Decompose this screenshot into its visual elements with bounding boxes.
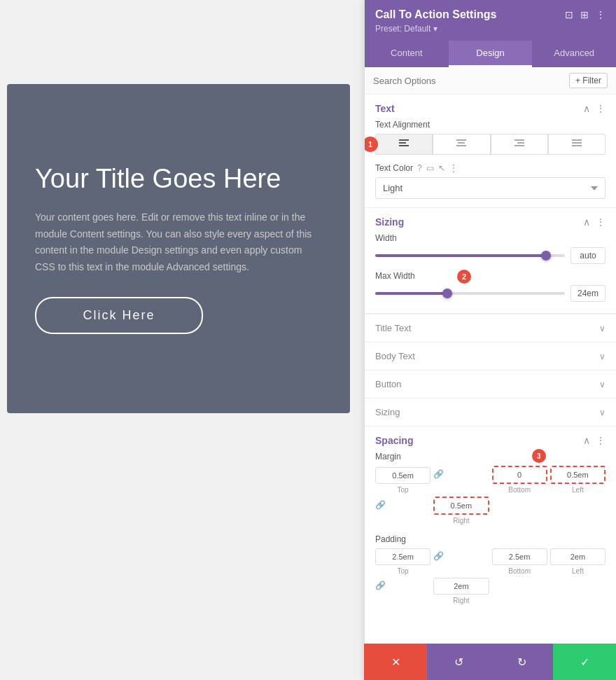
margin-left-input[interactable] — [550, 466, 606, 484]
svg-rect-2 — [399, 145, 409, 146]
margin-left-sub: Left — [572, 486, 584, 494]
color-label-row: Text Color ? ▭ ↖ ⋮ — [375, 163, 606, 173]
align-justify-btn[interactable] — [548, 134, 606, 155]
padding-right-input[interactable] — [433, 578, 489, 595]
title-text-chevron: ∨ — [599, 324, 606, 333]
title-text-section[interactable]: Title Text ∨ — [365, 314, 616, 342]
margin-top-input[interactable] — [375, 467, 430, 484]
panel-header-icons: ⊡ ⊞ ⋮ — [565, 9, 606, 20]
sizing-collapse-icon[interactable]: ∧ — [583, 216, 590, 228]
search-input[interactable] — [373, 76, 569, 86]
padding-left-field: Left — [550, 548, 606, 575]
panel-preset: Preset: Default ▾ — [375, 24, 606, 34]
margin-left-field: Left — [550, 466, 606, 494]
alignment-row — [375, 134, 606, 155]
cursor-icon[interactable]: ↖ — [438, 163, 445, 173]
margin-bottom-input[interactable] — [492, 466, 547, 484]
padding-top-input[interactable] — [375, 548, 430, 565]
badge-3: 3 — [532, 449, 546, 463]
padding-left-input[interactable] — [550, 548, 606, 565]
margin-grid: Top 🔗 3 Bottom Left 🔗 Right — [375, 466, 606, 525]
padding-label: Padding — [375, 534, 606, 544]
button-chevron: ∨ — [599, 380, 606, 389]
color-select[interactable]: Light Dark — [375, 177, 606, 199]
max-width-slider[interactable] — [375, 292, 565, 295]
svg-rect-13 — [572, 142, 582, 144]
width-value[interactable] — [570, 247, 606, 264]
filter-button[interactable]: + Filter — [569, 73, 608, 88]
spacing-section-title: Spacing — [375, 435, 413, 446]
text-section-header: Text ∧ ⋮ — [365, 95, 616, 120]
padding-link-icon-2[interactable]: 🔗 — [375, 581, 430, 590]
button-label: Button — [375, 379, 402, 389]
panel-content: Text ∧ ⋮ Text Alignment 1 — [365, 95, 616, 680]
padding-bottom-sub: Bottom — [508, 567, 531, 575]
spacing-collapse-icon[interactable]: ∧ — [583, 435, 590, 446]
resize-icon[interactable]: ⊡ — [565, 9, 573, 20]
more-icon[interactable]: ⋮ — [596, 9, 606, 20]
cta-button[interactable]: Click Here — [35, 297, 203, 334]
save-button[interactable]: ✓ — [553, 644, 616, 680]
sizing2-label: Sizing — [375, 407, 400, 417]
cta-module: Your Title Goes Here Your content goes h… — [7, 84, 350, 413]
margin-link-icon-2[interactable]: 🔗 — [375, 500, 430, 510]
align-center-btn[interactable] — [433, 134, 490, 155]
text-collapse-icon[interactable]: ∧ — [583, 103, 590, 114]
button-section[interactable]: Button ∨ — [365, 370, 616, 398]
svg-rect-6 — [456, 145, 466, 146]
badge-2: 2 — [457, 270, 471, 284]
svg-rect-4 — [456, 139, 466, 141]
undo-button[interactable]: ↺ — [427, 644, 490, 680]
body-text-chevron: ∨ — [599, 352, 606, 361]
margin-top-field: Top — [375, 467, 430, 494]
margin-right-field: Right — [433, 497, 489, 525]
width-slider[interactable] — [375, 254, 565, 257]
padding-link-icon-1[interactable]: 🔗 — [433, 551, 489, 561]
margin-link-icon-1[interactable]: 🔗 — [433, 469, 489, 479]
text-more-icon[interactable]: ⋮ — [596, 103, 606, 114]
grid-icon[interactable]: ⊞ — [580, 9, 589, 20]
bottom-bar: ✕ ↺ ↻ ✓ — [364, 644, 616, 680]
max-width-value[interactable] — [570, 285, 606, 302]
device-icon[interactable]: ▭ — [426, 163, 434, 173]
max-width-slider-row: 2 — [375, 285, 606, 302]
panel-title: Call To Action Settings — [375, 8, 496, 21]
text-section-title: Text — [375, 103, 395, 114]
tab-design[interactable]: Design — [449, 41, 533, 67]
svg-rect-12 — [572, 139, 582, 141]
padding-right-field: Right — [433, 578, 489, 604]
spacing-more-icon[interactable]: ⋮ — [596, 435, 606, 446]
svg-rect-14 — [572, 145, 582, 146]
sizing2-chevron: ∨ — [599, 408, 606, 417]
redo-button[interactable]: ↻ — [490, 644, 553, 680]
cancel-button[interactable]: ✕ — [364, 644, 427, 680]
tab-advanced[interactable]: Advanced — [532, 41, 616, 67]
text-section-body: Text Alignment 1 — [365, 120, 616, 207]
align-left-btn[interactable] — [375, 134, 433, 155]
spacing-section-header: Spacing ∧ ⋮ — [365, 426, 616, 452]
color-more-icon[interactable]: ⋮ — [449, 163, 458, 173]
svg-rect-1 — [399, 142, 406, 144]
sizing-section-body: Width Max Width 2 — [365, 233, 616, 313]
padding-bottom-field: Bottom — [492, 548, 547, 575]
help-icon[interactable]: ? — [417, 163, 422, 173]
margin-right-sub: Right — [453, 517, 469, 525]
margin-right-input[interactable] — [433, 497, 489, 515]
margin-label: Margin — [375, 452, 606, 462]
body-text-section[interactable]: Body Text ∨ — [365, 342, 616, 370]
padding-bottom-input[interactable] — [492, 548, 547, 565]
sizing-section-controls: ∧ ⋮ — [583, 216, 606, 228]
padding-right-sub: Right — [453, 597, 469, 604]
sizing2-section[interactable]: Sizing ∨ — [365, 398, 616, 426]
body-text-label: Body Text — [375, 351, 415, 361]
panel-header: Call To Action Settings ⊡ ⊞ ⋮ Preset: De… — [365, 0, 616, 41]
align-right-btn[interactable] — [491, 134, 548, 155]
tab-content[interactable]: Content — [365, 41, 449, 67]
padding-top-sub: Top — [398, 567, 409, 575]
sizing-section-title: Sizing — [375, 216, 404, 228]
sizing-more-icon[interactable]: ⋮ — [596, 216, 606, 228]
width-slider-row — [375, 247, 606, 264]
padding-left-sub: Left — [572, 567, 584, 575]
padding-top-field: Top — [375, 548, 430, 575]
panel-header-top: Call To Action Settings ⊡ ⊞ ⋮ — [375, 8, 606, 21]
